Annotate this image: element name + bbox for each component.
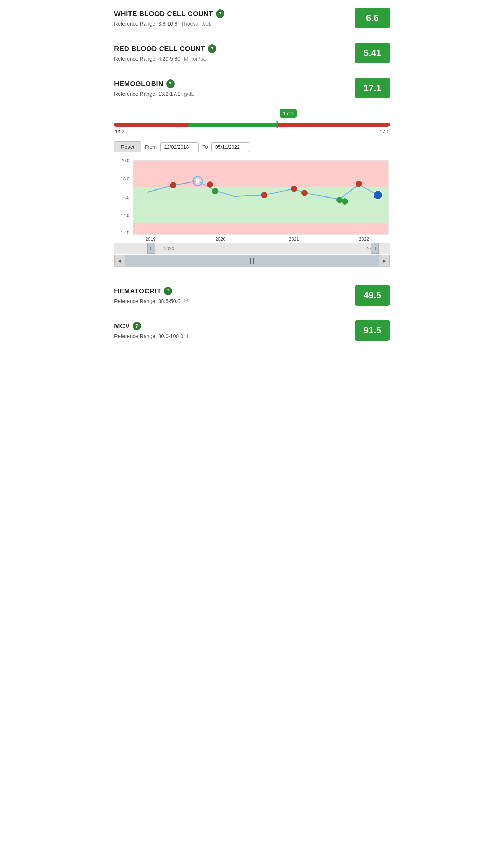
chart-dot-green-3 bbox=[342, 198, 348, 205]
hemoglobin-value-badge: 17.1 bbox=[355, 78, 390, 98]
hemoglobin-chart: 20.0 18.0 16.0 14.0 12.0 2019 2020 2021 … bbox=[114, 157, 390, 241]
to-date-input[interactable] bbox=[211, 142, 250, 152]
svg-text:2022: 2022 bbox=[359, 236, 369, 241]
mcv-metric-row: MCV ? Reference Range: 80.0-100.0 fL 91.… bbox=[108, 312, 396, 347]
scrollbar-range-section: 2020 2022 II II ◀ ||| ▶ bbox=[114, 243, 390, 267]
wbc-left: WHITE BLOOD CELL COUNT ? Reference Range… bbox=[114, 9, 355, 27]
wbc-reference: Reference Range: 3.8-10.8 Thousand/uL bbox=[114, 21, 355, 27]
chart-svg: 20.0 18.0 16.0 14.0 12.0 2019 2020 2021 … bbox=[114, 157, 390, 241]
svg-text:12.0: 12.0 bbox=[121, 230, 130, 235]
mcv-value-badge: 91.5 bbox=[355, 320, 390, 341]
hemoglobin-left: HEMOGLOBIN ? Reference Range: 13.2-17.1 … bbox=[114, 79, 355, 97]
chart-dot-red-5 bbox=[301, 190, 308, 196]
chart-dot-red-4 bbox=[291, 186, 297, 192]
hemoglobin-metric-row: HEMOGLOBIN ? Reference Range: 13.2-17.1 … bbox=[108, 70, 396, 102]
hematocrit-help-icon[interactable]: ? bbox=[164, 287, 172, 295]
reset-button[interactable]: Reset bbox=[114, 141, 141, 152]
hematocrit-reference: Reference Range: 38.5-50.0 % bbox=[114, 298, 355, 304]
chart-green-normal bbox=[133, 187, 388, 223]
rbc-title: RED BLOOD CELL COUNT bbox=[114, 45, 205, 53]
scrollbar-bottom: ◀ ||| ▶ bbox=[114, 255, 390, 267]
svg-text:2020: 2020 bbox=[216, 236, 226, 241]
mcv-title: MCV bbox=[114, 322, 130, 330]
wbc-value-badge: 6.6 bbox=[355, 8, 390, 28]
svg-text:2019: 2019 bbox=[146, 236, 156, 241]
hematocrit-value-badge: 49.5 bbox=[355, 285, 390, 306]
hemoglobin-title-row: HEMOGLOBIN ? bbox=[114, 79, 355, 88]
svg-text:16.0: 16.0 bbox=[121, 195, 130, 200]
gauge-tooltip: 17.1 bbox=[280, 109, 297, 118]
to-label: To bbox=[202, 144, 208, 150]
hematocrit-metric-row: HEMATOCRIT ? Reference Range: 38.5-50.0 … bbox=[108, 277, 396, 312]
wbc-metric-row: WHITE BLOOD CELL COUNT ? Reference Range… bbox=[108, 0, 396, 35]
hematocrit-title-row: HEMATOCRIT ? bbox=[114, 287, 355, 295]
from-label: From bbox=[145, 144, 157, 150]
mcv-title-row: MCV ? bbox=[114, 322, 355, 330]
from-date-input[interactable] bbox=[160, 142, 199, 152]
scroll-left-handle[interactable]: II bbox=[147, 243, 155, 254]
rbc-metric-row: RED BLOOD CELL COUNT ? Reference Range: … bbox=[108, 35, 396, 70]
gauge-marker bbox=[277, 121, 278, 128]
chart-dot-blue-current bbox=[373, 191, 383, 200]
svg-text:20.0: 20.0 bbox=[121, 158, 130, 163]
hematocrit-left: HEMATOCRIT ? Reference Range: 38.5-50.0 … bbox=[114, 287, 355, 304]
gauge-max-label: 17.1 bbox=[380, 129, 389, 134]
hemoglobin-gauge: 17.1 13.2 17.1 bbox=[108, 102, 396, 138]
scroll-right-arrow[interactable]: ▶ bbox=[379, 255, 390, 266]
svg-text:2021: 2021 bbox=[289, 236, 299, 241]
scroll-right-handle[interactable]: II bbox=[371, 243, 379, 254]
mcv-left: MCV ? Reference Range: 80.0-100.0 fL bbox=[114, 322, 355, 339]
wbc-title: WHITE BLOOD CELL COUNT bbox=[114, 10, 213, 18]
chart-controls: Reset From To bbox=[114, 141, 390, 152]
chart-dot-blue-selected-inner bbox=[196, 179, 200, 183]
mcv-help-icon[interactable]: ? bbox=[133, 322, 141, 330]
hematocrit-title: HEMATOCRIT bbox=[114, 287, 161, 295]
scrollbar-range-track[interactable]: 2020 2022 II II bbox=[114, 243, 390, 254]
chart-red-bottom bbox=[133, 223, 388, 234]
wbc-help-icon[interactable]: ? bbox=[216, 9, 224, 18]
scroll-thumb[interactable]: ||| bbox=[125, 255, 379, 266]
hemoglobin-reference: Reference Range: 13.2-17.1 g/dL bbox=[114, 91, 355, 97]
chart-dot-red-1 bbox=[170, 182, 176, 188]
hemoglobin-chart-section: Reset From To 20.0 18.0 16.0 1 bbox=[108, 138, 396, 274]
gauge-labels: 13.2 17.1 bbox=[114, 129, 390, 134]
hemoglobin-title: HEMOGLOBIN bbox=[114, 80, 163, 88]
rbc-help-icon[interactable]: ? bbox=[208, 44, 216, 53]
svg-text:14.0: 14.0 bbox=[121, 213, 130, 218]
chart-dot-red-3 bbox=[261, 192, 267, 198]
rbc-reference: Reference Range: 4.20-5.80 Million/uL bbox=[114, 56, 355, 62]
scroll-left-arrow[interactable]: ◀ bbox=[114, 255, 125, 266]
wbc-title-row: WHITE BLOOD CELL COUNT ? bbox=[114, 9, 355, 18]
chart-dot-green-1 bbox=[212, 188, 218, 194]
gauge-bar-normal bbox=[188, 123, 277, 127]
chart-dot-red-6 bbox=[356, 181, 362, 187]
hemoglobin-help-icon[interactable]: ? bbox=[166, 79, 175, 88]
gauge-min-label: 13.2 bbox=[115, 129, 124, 134]
chart-dot-red-2 bbox=[207, 181, 213, 188]
svg-text:18.0: 18.0 bbox=[121, 176, 130, 181]
mcv-reference: Reference Range: 80.0-100.0 fL bbox=[114, 333, 355, 339]
rbc-title-row: RED BLOOD CELL COUNT ? bbox=[114, 44, 355, 53]
scroll-year-label-left: 2020 bbox=[164, 246, 174, 251]
rbc-left: RED BLOOD CELL COUNT ? Reference Range: … bbox=[114, 44, 355, 62]
gauge-bar bbox=[114, 123, 390, 127]
rbc-value-badge: 5.41 bbox=[355, 43, 390, 63]
